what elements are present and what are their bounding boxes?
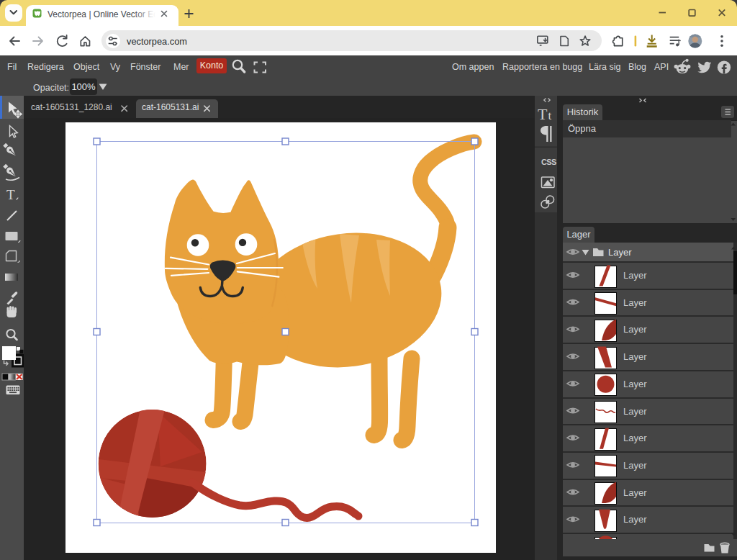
svg-text:t: t xyxy=(548,109,552,122)
svg-text:T: T xyxy=(6,187,15,202)
svg-text:T: T xyxy=(538,105,548,123)
svg-text:CSS: CSS xyxy=(541,158,556,166)
